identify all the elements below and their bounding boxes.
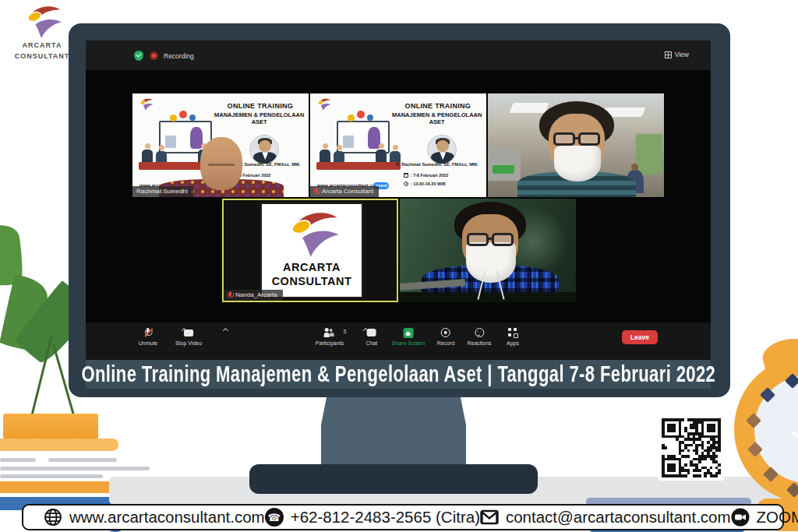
- footer-email-text: contact@arcartaconsultant.com: [506, 508, 731, 527]
- face-mask: [466, 242, 516, 283]
- green-room-background: [400, 199, 576, 302]
- slide-title-line2: MANAJEMEN & PENGELOLAAN ASET: [210, 111, 309, 125]
- monitor-stand-base: [249, 464, 538, 494]
- slide-date-row: : 7-8 Februari 2022: [404, 173, 449, 178]
- participant-name-label: Arcarta Consultant: [310, 186, 379, 197]
- video-tile-rachmat[interactable]: ONLINE TRAINING MANAJEMEN & PENGELOLAAN …: [132, 93, 309, 197]
- cabinet: [488, 148, 521, 181]
- monitor-stand-neck: [321, 396, 466, 469]
- whatsapp-icon: ☎: [265, 508, 284, 527]
- view-label: View: [675, 51, 689, 58]
- arcarta-logo-icon: [21, 5, 63, 41]
- slide-speaker-name: R. Rachmat Sumedhi, SE, FMAcc, MM.: [387, 162, 486, 167]
- office-background: [488, 93, 664, 197]
- participant-name-label: Nanda_Arcarta: [224, 290, 283, 301]
- video-tile-arcarta-slide[interactable]: ONLINE TRAINING MANAJEMEN & PENGELOLAAN …: [310, 93, 486, 197]
- speaker-photo: [249, 135, 279, 164]
- stop-video-label: Stop Video: [175, 340, 202, 346]
- plant-pot-band: [0, 439, 118, 451]
- zoom-toolbar: Unmute Stop Video 5 Participants Chat: [86, 322, 711, 360]
- chevron-up-icon[interactable]: [223, 328, 228, 333]
- mic-muted-icon: [144, 328, 151, 338]
- footer-phone[interactable]: ☎ +62-812-2483-2565 (Citra): [265, 508, 480, 527]
- illustration-dot: [348, 115, 355, 122]
- participants-label: Participants: [316, 340, 344, 346]
- card-brand-line2: CONSULTANT: [272, 274, 352, 288]
- muted-mic-icon: [228, 291, 232, 298]
- email-icon: [480, 509, 499, 526]
- participant-name: Rachmat Sumedhi: [136, 188, 188, 195]
- illustration-dot: [170, 115, 177, 122]
- arcarta-logo-icon: [316, 98, 331, 111]
- record-button[interactable]: Record: [437, 327, 455, 346]
- paper-line: [0, 474, 103, 478]
- share-screen-icon: [404, 328, 414, 338]
- paper-line: [0, 458, 36, 462]
- chat-button[interactable]: Chat: [366, 327, 378, 346]
- ceiling-light: [509, 103, 549, 113]
- globe-icon: [44, 508, 62, 527]
- slide-virtual-background: ONLINE TRAINING MANAJEMEN & PENGELOLAAN …: [310, 93, 486, 197]
- participant-name: Arcarta Consultant: [322, 188, 373, 195]
- arcarta-logo-card: ARCARTA CONSULTANT: [260, 203, 363, 298]
- clock-icon: [404, 181, 408, 186]
- arcarta-logo-icon: [282, 210, 341, 260]
- paper-line: [0, 467, 150, 470]
- participant-name: Nanda_Arcarta: [235, 291, 277, 298]
- zoom-meeting-window: Recording View ONLINE TRAINING MANAJEMEN…: [86, 41, 711, 360]
- promotional-flyer: ARCARTA CONSULTANT Recording: [0, 0, 798, 532]
- card-brand-line1: ARCARTA: [283, 260, 341, 274]
- video-tile-nanda-active[interactable]: ARCARTA CONSULTANT Nanda_Arcarta: [222, 199, 398, 302]
- reactions-icon: [475, 328, 484, 337]
- apps-label: Apps: [507, 340, 519, 346]
- unmute-label: Unmute: [139, 340, 158, 346]
- event-banner-text: Online Training Manajemen & Pengelolaan …: [81, 361, 715, 387]
- illustration-dot: [367, 115, 373, 121]
- muted-mic-icon: [314, 188, 319, 195]
- recording-label: Recording: [164, 52, 194, 60]
- footer-website[interactable]: www.arcartaconsultant.com: [44, 508, 265, 527]
- reactions-button[interactable]: Reactions: [467, 327, 491, 346]
- share-screen-button[interactable]: Share Screen: [392, 327, 425, 346]
- footer-zoom[interactable]: ZOOM: [731, 508, 798, 527]
- arcarta-logo-icon: [138, 98, 154, 111]
- stop-video-button[interactable]: Stop Video: [175, 327, 202, 346]
- monitor: Recording View ONLINE TRAINING MANAJEMEN…: [69, 23, 730, 397]
- video-tile-office-participant[interactable]: [488, 93, 664, 197]
- green-wall: [636, 134, 662, 174]
- apps-icon: [508, 328, 517, 337]
- slide-time: : 13.00-16.30 WIB: [411, 181, 446, 186]
- calendar-icon: [404, 173, 408, 178]
- share-screen-label: Share Screen: [392, 340, 425, 346]
- apps-button[interactable]: Apps: [507, 327, 519, 346]
- leave-button[interactable]: Leave: [622, 330, 658, 344]
- paper-line: [48, 458, 117, 462]
- illustration-dot: [179, 111, 187, 118]
- view-button[interactable]: View: [665, 51, 689, 58]
- footer-email[interactable]: contact@arcartaconsultant.com: [480, 508, 731, 527]
- slide-title-line1: ONLINE TRAINING: [214, 102, 307, 110]
- video-tile-plaid-participant[interactable]: [400, 199, 576, 302]
- participants-button[interactable]: 5 Participants: [316, 327, 344, 346]
- slide-date: : 7-8 Februari 2022: [411, 173, 449, 178]
- footer-website-text: www.arcartaconsultant.com: [69, 508, 265, 527]
- zoom-camera-icon: [731, 508, 750, 527]
- recording-indicator-icon[interactable]: [150, 51, 158, 60]
- slide-title-line1: ONLINE TRAINING: [391, 102, 485, 110]
- encryption-shield-icon: [134, 51, 143, 61]
- illustration-dot: [189, 115, 196, 121]
- desk-edge: [400, 292, 576, 302]
- record-label: Record: [437, 340, 455, 346]
- zoom-topbar: Recording View: [86, 41, 711, 70]
- plant-pot: [3, 414, 98, 439]
- footer-zoom-text: ZOOM: [757, 508, 798, 527]
- participants-count: 5: [344, 329, 347, 334]
- unmute-button[interactable]: Unmute: [139, 327, 158, 346]
- chat-label: Chat: [366, 340, 378, 346]
- slide-time-row: : 13.00-16.30 WIB: [404, 181, 446, 186]
- speaker-photo: [427, 135, 457, 164]
- presenter-head: [200, 137, 242, 190]
- reactions-label: Reactions: [467, 340, 491, 346]
- illustration-dot: [357, 111, 365, 118]
- participant-name-label: Rachmat Sumedhi: [132, 186, 193, 197]
